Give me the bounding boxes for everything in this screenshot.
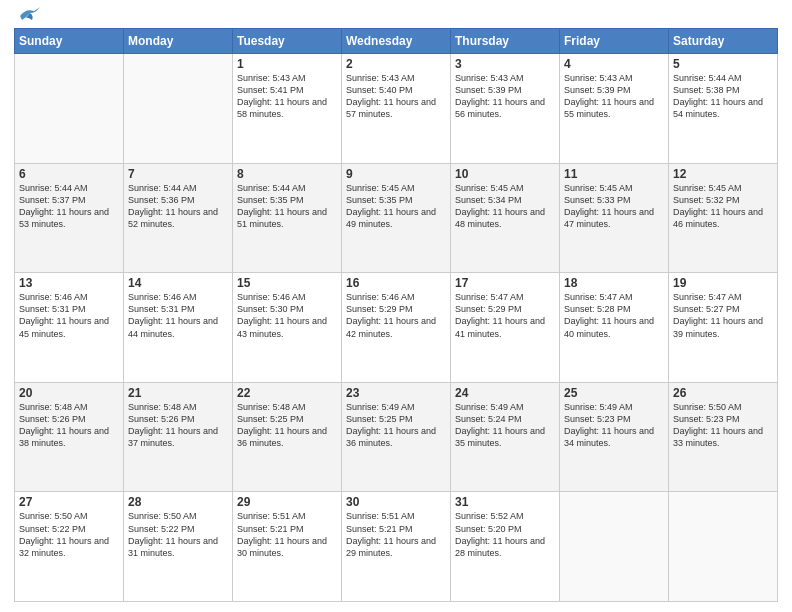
calendar-cell: 17Sunrise: 5:47 AMSunset: 5:29 PMDayligh… xyxy=(451,273,560,383)
header xyxy=(14,10,778,22)
cell-info: Sunrise: 5:47 AMSunset: 5:29 PMDaylight:… xyxy=(455,291,555,340)
cell-info: Sunrise: 5:43 AMSunset: 5:39 PMDaylight:… xyxy=(455,72,555,121)
cell-info: Sunrise: 5:49 AMSunset: 5:24 PMDaylight:… xyxy=(455,401,555,450)
day-number: 17 xyxy=(455,276,555,290)
calendar-cell xyxy=(560,492,669,602)
calendar-cell: 4Sunrise: 5:43 AMSunset: 5:39 PMDaylight… xyxy=(560,54,669,164)
day-number: 7 xyxy=(128,167,228,181)
calendar-cell: 7Sunrise: 5:44 AMSunset: 5:36 PMDaylight… xyxy=(124,163,233,273)
day-number: 13 xyxy=(19,276,119,290)
calendar-cell: 20Sunrise: 5:48 AMSunset: 5:26 PMDayligh… xyxy=(15,382,124,492)
cell-info: Sunrise: 5:49 AMSunset: 5:23 PMDaylight:… xyxy=(564,401,664,450)
cell-info: Sunrise: 5:45 AMSunset: 5:35 PMDaylight:… xyxy=(346,182,446,231)
calendar-cell xyxy=(15,54,124,164)
calendar-cell: 9Sunrise: 5:45 AMSunset: 5:35 PMDaylight… xyxy=(342,163,451,273)
calendar-header-row: SundayMondayTuesdayWednesdayThursdayFrid… xyxy=(15,29,778,54)
cell-info: Sunrise: 5:44 AMSunset: 5:35 PMDaylight:… xyxy=(237,182,337,231)
calendar-cell: 30Sunrise: 5:51 AMSunset: 5:21 PMDayligh… xyxy=(342,492,451,602)
day-number: 12 xyxy=(673,167,773,181)
page: SundayMondayTuesdayWednesdayThursdayFrid… xyxy=(0,0,792,612)
day-number: 22 xyxy=(237,386,337,400)
day-number: 23 xyxy=(346,386,446,400)
cell-info: Sunrise: 5:48 AMSunset: 5:26 PMDaylight:… xyxy=(128,401,228,450)
calendar-table: SundayMondayTuesdayWednesdayThursdayFrid… xyxy=(14,28,778,602)
day-number: 19 xyxy=(673,276,773,290)
calendar-week-row: 20Sunrise: 5:48 AMSunset: 5:26 PMDayligh… xyxy=(15,382,778,492)
day-number: 16 xyxy=(346,276,446,290)
day-number: 25 xyxy=(564,386,664,400)
cell-info: Sunrise: 5:46 AMSunset: 5:31 PMDaylight:… xyxy=(19,291,119,340)
calendar-cell: 14Sunrise: 5:46 AMSunset: 5:31 PMDayligh… xyxy=(124,273,233,383)
calendar-cell: 25Sunrise: 5:49 AMSunset: 5:23 PMDayligh… xyxy=(560,382,669,492)
day-header-saturday: Saturday xyxy=(669,29,778,54)
day-header-wednesday: Wednesday xyxy=(342,29,451,54)
day-number: 24 xyxy=(455,386,555,400)
cell-info: Sunrise: 5:51 AMSunset: 5:21 PMDaylight:… xyxy=(237,510,337,559)
calendar-cell: 1Sunrise: 5:43 AMSunset: 5:41 PMDaylight… xyxy=(233,54,342,164)
calendar-cell: 11Sunrise: 5:45 AMSunset: 5:33 PMDayligh… xyxy=(560,163,669,273)
calendar-cell: 26Sunrise: 5:50 AMSunset: 5:23 PMDayligh… xyxy=(669,382,778,492)
day-number: 1 xyxy=(237,57,337,71)
calendar-week-row: 13Sunrise: 5:46 AMSunset: 5:31 PMDayligh… xyxy=(15,273,778,383)
day-number: 10 xyxy=(455,167,555,181)
calendar-cell: 6Sunrise: 5:44 AMSunset: 5:37 PMDaylight… xyxy=(15,163,124,273)
cell-info: Sunrise: 5:43 AMSunset: 5:40 PMDaylight:… xyxy=(346,72,446,121)
day-number: 6 xyxy=(19,167,119,181)
cell-info: Sunrise: 5:44 AMSunset: 5:37 PMDaylight:… xyxy=(19,182,119,231)
calendar-cell: 27Sunrise: 5:50 AMSunset: 5:22 PMDayligh… xyxy=(15,492,124,602)
day-number: 26 xyxy=(673,386,773,400)
day-number: 5 xyxy=(673,57,773,71)
calendar-cell: 5Sunrise: 5:44 AMSunset: 5:38 PMDaylight… xyxy=(669,54,778,164)
calendar-cell: 15Sunrise: 5:46 AMSunset: 5:30 PMDayligh… xyxy=(233,273,342,383)
calendar-week-row: 1Sunrise: 5:43 AMSunset: 5:41 PMDaylight… xyxy=(15,54,778,164)
day-number: 9 xyxy=(346,167,446,181)
day-number: 28 xyxy=(128,495,228,509)
day-header-friday: Friday xyxy=(560,29,669,54)
calendar-cell: 12Sunrise: 5:45 AMSunset: 5:32 PMDayligh… xyxy=(669,163,778,273)
day-number: 11 xyxy=(564,167,664,181)
cell-info: Sunrise: 5:50 AMSunset: 5:22 PMDaylight:… xyxy=(19,510,119,559)
cell-info: Sunrise: 5:43 AMSunset: 5:39 PMDaylight:… xyxy=(564,72,664,121)
calendar-cell: 31Sunrise: 5:52 AMSunset: 5:20 PMDayligh… xyxy=(451,492,560,602)
cell-info: Sunrise: 5:52 AMSunset: 5:20 PMDaylight:… xyxy=(455,510,555,559)
calendar-cell xyxy=(669,492,778,602)
cell-info: Sunrise: 5:44 AMSunset: 5:36 PMDaylight:… xyxy=(128,182,228,231)
day-number: 18 xyxy=(564,276,664,290)
day-number: 21 xyxy=(128,386,228,400)
logo-bird-icon xyxy=(16,6,42,26)
cell-info: Sunrise: 5:45 AMSunset: 5:32 PMDaylight:… xyxy=(673,182,773,231)
cell-info: Sunrise: 5:46 AMSunset: 5:30 PMDaylight:… xyxy=(237,291,337,340)
cell-info: Sunrise: 5:43 AMSunset: 5:41 PMDaylight:… xyxy=(237,72,337,121)
cell-info: Sunrise: 5:44 AMSunset: 5:38 PMDaylight:… xyxy=(673,72,773,121)
day-header-sunday: Sunday xyxy=(15,29,124,54)
cell-info: Sunrise: 5:50 AMSunset: 5:23 PMDaylight:… xyxy=(673,401,773,450)
cell-info: Sunrise: 5:46 AMSunset: 5:31 PMDaylight:… xyxy=(128,291,228,340)
cell-info: Sunrise: 5:48 AMSunset: 5:26 PMDaylight:… xyxy=(19,401,119,450)
calendar-cell: 13Sunrise: 5:46 AMSunset: 5:31 PMDayligh… xyxy=(15,273,124,383)
calendar-cell: 3Sunrise: 5:43 AMSunset: 5:39 PMDaylight… xyxy=(451,54,560,164)
calendar-cell: 19Sunrise: 5:47 AMSunset: 5:27 PMDayligh… xyxy=(669,273,778,383)
cell-info: Sunrise: 5:49 AMSunset: 5:25 PMDaylight:… xyxy=(346,401,446,450)
day-number: 15 xyxy=(237,276,337,290)
day-header-monday: Monday xyxy=(124,29,233,54)
day-number: 14 xyxy=(128,276,228,290)
day-header-tuesday: Tuesday xyxy=(233,29,342,54)
day-number: 20 xyxy=(19,386,119,400)
cell-info: Sunrise: 5:51 AMSunset: 5:21 PMDaylight:… xyxy=(346,510,446,559)
day-header-thursday: Thursday xyxy=(451,29,560,54)
logo xyxy=(14,10,42,22)
cell-info: Sunrise: 5:45 AMSunset: 5:34 PMDaylight:… xyxy=(455,182,555,231)
day-number: 27 xyxy=(19,495,119,509)
day-number: 2 xyxy=(346,57,446,71)
day-number: 4 xyxy=(564,57,664,71)
calendar-cell: 21Sunrise: 5:48 AMSunset: 5:26 PMDayligh… xyxy=(124,382,233,492)
calendar-cell: 8Sunrise: 5:44 AMSunset: 5:35 PMDaylight… xyxy=(233,163,342,273)
day-number: 3 xyxy=(455,57,555,71)
cell-info: Sunrise: 5:45 AMSunset: 5:33 PMDaylight:… xyxy=(564,182,664,231)
cell-info: Sunrise: 5:46 AMSunset: 5:29 PMDaylight:… xyxy=(346,291,446,340)
calendar-cell: 10Sunrise: 5:45 AMSunset: 5:34 PMDayligh… xyxy=(451,163,560,273)
calendar-cell xyxy=(124,54,233,164)
calendar-cell: 29Sunrise: 5:51 AMSunset: 5:21 PMDayligh… xyxy=(233,492,342,602)
day-number: 29 xyxy=(237,495,337,509)
calendar-week-row: 27Sunrise: 5:50 AMSunset: 5:22 PMDayligh… xyxy=(15,492,778,602)
